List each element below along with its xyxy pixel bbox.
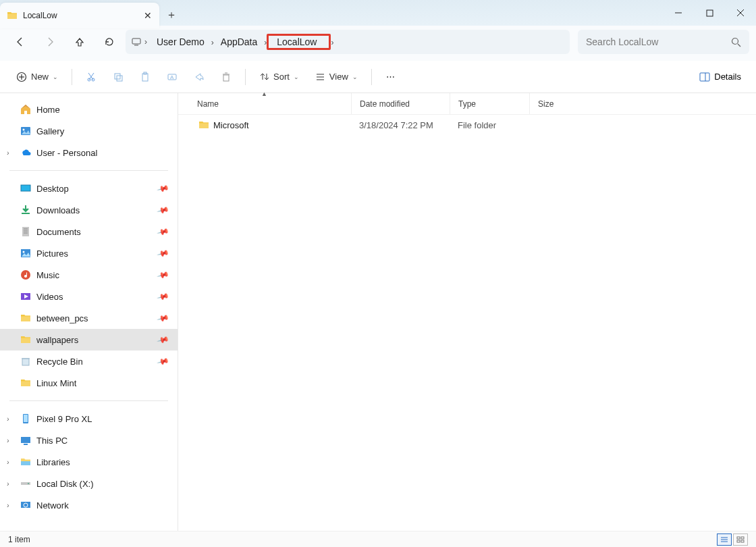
sidebar-item[interactable]: ›User - Personal (0, 142, 178, 163)
sort-button[interactable]: Sort ⌄ (252, 66, 306, 88)
sidebar-item[interactable]: Videos📌 (0, 286, 178, 307)
chevron-right-icon[interactable]: › (7, 415, 9, 423)
breadcrumb[interactable]: AppData (214, 34, 264, 50)
sidebar-item-label: Recycle Bin (36, 357, 83, 367)
pin-icon[interactable]: 📌 (157, 311, 170, 325)
view-button[interactable]: View ⌄ (308, 66, 364, 88)
window-controls (663, 0, 756, 26)
pin-icon[interactable]: 📌 (157, 290, 170, 303)
svg-rect-21 (223, 75, 229, 81)
sidebar-item[interactable]: Recycle Bin📌 (0, 350, 178, 372)
pin-icon[interactable]: 📌 (157, 182, 170, 195)
back-button[interactable] (7, 30, 34, 54)
folder-icon (20, 334, 31, 345)
sidebar-item-label: Music (36, 270, 59, 280)
pin-icon[interactable]: 📌 (157, 203, 170, 217)
pin-icon[interactable]: 📌 (157, 268, 170, 282)
thumbnails-view-toggle[interactable] (733, 533, 748, 546)
sidebar-item[interactable]: ›Network (0, 494, 178, 516)
cut-button[interactable] (79, 66, 103, 88)
phone-icon (20, 413, 31, 424)
chevron-right-icon[interactable]: › (7, 479, 9, 488)
new-button[interactable]: New ⌄ (9, 66, 65, 88)
sidebar-item-label: Home (36, 105, 60, 115)
pin-icon[interactable]: 📌 (157, 355, 170, 368)
rename-button[interactable]: A (160, 66, 184, 88)
gallery-icon (20, 126, 31, 136)
chevron-right-icon[interactable]: › (7, 458, 9, 466)
details-label: Details (714, 72, 741, 82)
music-icon (20, 269, 31, 280)
details-pane-button[interactable]: Details (694, 69, 747, 85)
sidebar-item[interactable]: Downloads📌 (0, 199, 178, 221)
svg-rect-59 (741, 537, 744, 539)
sidebar-item[interactable]: ›This PC (0, 429, 178, 451)
onedrive-icon (20, 147, 31, 158)
maximize-button[interactable] (694, 0, 725, 26)
search-input[interactable] (586, 36, 726, 47)
svg-point-6 (732, 38, 738, 44)
sidebar-item[interactable]: ›Local Disk (X:) (0, 473, 178, 494)
up-button[interactable] (66, 30, 93, 54)
chevron-down-icon: ⌄ (352, 74, 358, 80)
sort-label: Sort (273, 72, 290, 82)
pin-icon[interactable]: 📌 (157, 333, 170, 346)
sidebar-item[interactable]: Desktop📌 (0, 178, 178, 199)
share-button[interactable] (187, 66, 211, 88)
libraries-icon (20, 457, 31, 467)
column-type[interactable]: Type (450, 93, 529, 114)
pin-icon[interactable]: 📌 (157, 225, 170, 238)
sidebar-item[interactable]: Gallery (0, 120, 178, 142)
breadcrumb[interactable]: User Demo (150, 34, 211, 50)
close-window-button[interactable] (725, 0, 756, 26)
sidebar-item[interactable]: Documents📌 (0, 221, 178, 242)
delete-button[interactable] (214, 66, 238, 88)
chevron-right-icon[interactable]: › (7, 501, 9, 509)
sidebar-item[interactable]: between_pcs📌 (0, 307, 178, 329)
sidebar-item[interactable]: Music📌 (0, 264, 178, 286)
breadcrumb[interactable]: LocalLow (267, 34, 331, 50)
table-row[interactable]: Microsoft3/18/2024 7:22 PMFile folder (178, 115, 756, 135)
search-icon[interactable] (731, 37, 741, 47)
paste-button[interactable] (133, 66, 157, 88)
sidebar-item-label: Network (36, 500, 69, 511)
address-bar-area: › User Demo›AppData›LocalLow› (0, 26, 756, 61)
copy-button[interactable] (106, 66, 130, 88)
navigation-pane[interactable]: HomeGallery›User - Personal Desktop📌Down… (0, 93, 178, 531)
sidebar-item[interactable]: wallpapers📌 (0, 329, 178, 350)
svg-point-42 (21, 270, 30, 280)
cell-type: File folder (450, 120, 529, 130)
new-tab-button[interactable]: ＋ (159, 4, 184, 26)
forward-button[interactable] (36, 30, 63, 54)
more-button[interactable]: ⋯ (379, 66, 403, 88)
chevron-right-icon[interactable]: › (7, 149, 9, 157)
chevron-right-icon[interactable]: › (7, 436, 9, 444)
svg-rect-4 (132, 38, 140, 44)
chevron-down-icon: ⌄ (294, 74, 299, 80)
search-box[interactable] (578, 30, 749, 54)
sidebar-item[interactable]: Home (0, 99, 178, 120)
details-view-toggle[interactable] (717, 533, 732, 546)
refresh-button[interactable] (96, 30, 123, 54)
sidebar-item[interactable]: ›Libraries (0, 451, 178, 473)
sidebar-item-label: This PC (36, 436, 68, 446)
column-name[interactable]: Name ▲ (178, 93, 351, 114)
column-date[interactable]: Date modified (351, 93, 450, 114)
sort-ascending-icon: ▲ (261, 90, 267, 97)
pc-icon (20, 435, 31, 446)
pictures-icon (20, 248, 31, 259)
column-size[interactable]: Size (529, 93, 583, 114)
chevron-right-icon[interactable]: › (144, 37, 147, 47)
desktop-icon (20, 183, 31, 194)
sidebar-item[interactable]: Pictures📌 (0, 242, 178, 264)
minimize-button[interactable] (663, 0, 694, 26)
tab-locallow[interactable]: LocalLow ✕ (0, 3, 159, 28)
chevron-right-icon[interactable]: › (331, 38, 333, 47)
close-tab-icon[interactable]: ✕ (143, 11, 153, 20)
address-bar[interactable]: › User Demo›AppData›LocalLow› (126, 30, 570, 54)
svg-rect-48 (21, 437, 30, 443)
sidebar-item[interactable]: ›Pixel 9 Pro XL (0, 408, 178, 429)
pin-icon[interactable]: 📌 (157, 246, 170, 260)
sidebar-item[interactable]: Linux Mint (0, 372, 178, 394)
svg-rect-29 (700, 73, 709, 81)
